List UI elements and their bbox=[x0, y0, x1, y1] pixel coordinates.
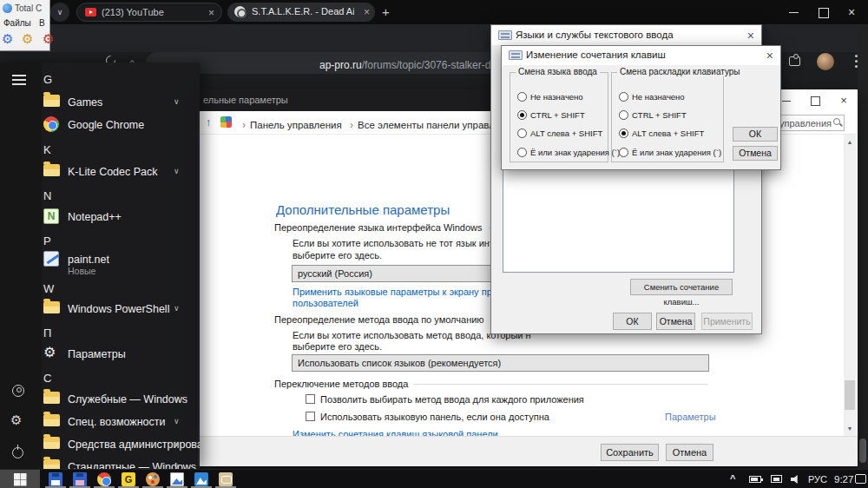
apply-welcome-screen-link-2[interactable]: пользователей bbox=[293, 298, 358, 308]
extensions-puzzle-icon[interactable] bbox=[789, 56, 800, 66]
start-item-sluzhebnye[interactable]: Служебные — Windows ∨ bbox=[43, 391, 191, 408]
battery-icon[interactable] bbox=[749, 476, 761, 483]
tc-gear-red-icon[interactable]: ⚙ bbox=[43, 32, 54, 46]
start-item-powershell[interactable]: Windows PowerShell ∨ bbox=[43, 300, 191, 318]
profile-avatar[interactable] bbox=[817, 53, 834, 70]
network-icon[interactable] bbox=[771, 475, 782, 483]
change-hotkeys-link[interactable]: Изменить сочетания клавиш языковой панел… bbox=[293, 429, 498, 436]
action-center-icon[interactable] bbox=[855, 474, 866, 484]
tray-overflow-chevron-icon[interactable]: ^ bbox=[730, 473, 735, 484]
dlg2-title: Изменение сочетания клавиш bbox=[526, 49, 666, 60]
tab-stalker[interactable]: S.T.A.L.K.E.R. - Dead Air "Книга × bbox=[227, 3, 375, 22]
start-item-sredstva-admin[interactable]: Средства администрировани... ∨ bbox=[43, 436, 191, 453]
cp-search-box[interactable]: управления bbox=[775, 115, 845, 131]
cp-close-button[interactable]: × bbox=[830, 89, 858, 111]
language-indicator[interactable]: РУС bbox=[808, 474, 827, 485]
tc-menu-v[interactable]: В bbox=[39, 18, 45, 28]
cp-maximize-button[interactable] bbox=[801, 89, 829, 111]
radio-selected-icon[interactable] bbox=[517, 110, 527, 120]
start-item-notepadpp[interactable]: N Notepad++ bbox=[43, 208, 191, 226]
taskbar-photos-icon[interactable] bbox=[194, 472, 208, 486]
taskbar-messaging-icon[interactable] bbox=[219, 472, 233, 486]
radio-selected-icon[interactable] bbox=[619, 129, 628, 138]
section-letter-k[interactable]: K bbox=[43, 143, 51, 156]
start-item-standartnye[interactable]: Стандартные — Windows ∨ bbox=[43, 458, 191, 469]
scroll-up-icon[interactable]: ▲ bbox=[844, 136, 856, 148]
tc-gear-orange-icon[interactable]: ⚙ bbox=[22, 32, 33, 46]
start-item-google-chrome[interactable]: Google Chrome bbox=[43, 116, 191, 134]
browser-scrollbar-thumb[interactable] bbox=[859, 439, 866, 463]
section-letter-g[interactable]: G bbox=[43, 73, 52, 86]
tab-search-chevron-icon[interactable]: ∨ bbox=[50, 3, 69, 22]
folder-icon bbox=[43, 437, 60, 449]
chevron-down-icon[interactable]: ∨ bbox=[174, 97, 180, 106]
tc-menu-files[interactable]: Файлы bbox=[3, 18, 31, 28]
taskbar-paintnet-icon[interactable] bbox=[146, 472, 160, 486]
dlg2-cancel-button[interactable]: Отмена bbox=[733, 146, 778, 161]
start-button[interactable] bbox=[0, 470, 40, 488]
chevron-down-icon[interactable]: ∨ bbox=[174, 167, 180, 175]
clock[interactable]: 9:27 bbox=[834, 474, 853, 485]
chevron-down-icon[interactable]: ∨ bbox=[174, 304, 180, 313]
section-letter-pe[interactable]: П bbox=[43, 326, 51, 340]
chevron-down-icon[interactable]: ∨ bbox=[174, 462, 180, 469]
settings-gear-icon[interactable]: ⚙ bbox=[10, 413, 22, 427]
change-key-sequence-button[interactable]: Сменить сочетание клавиш... bbox=[630, 279, 733, 295]
section-letter-w[interactable]: W bbox=[43, 282, 54, 295]
browser-close-button[interactable]: × bbox=[838, 0, 865, 24]
dlg2-close-icon[interactable]: × bbox=[766, 49, 773, 63]
language-bar-options-link[interactable]: Параметры bbox=[665, 412, 716, 422]
group-keyboard-layout: Смена раскладки клавиатуры Не назначено … bbox=[611, 72, 724, 162]
radio-icon[interactable] bbox=[619, 110, 628, 120]
browser-tab-strip: ∨ (213) YouTube × S.T.A.L.K.E.R. - Dead … bbox=[0, 0, 868, 24]
chevron-down-icon[interactable]: ∨ bbox=[174, 394, 180, 403]
radio-icon[interactable] bbox=[517, 129, 527, 138]
dlg1-close-icon[interactable]: × bbox=[747, 29, 754, 43]
scroll-down-icon[interactable]: ▼ bbox=[844, 423, 856, 435]
browser-scrollbar[interactable] bbox=[858, 24, 868, 469]
taskbar-g-app-icon[interactable]: G bbox=[122, 472, 135, 486]
radio-icon[interactable] bbox=[619, 92, 628, 102]
taskbar-image-viewer-icon[interactable] bbox=[170, 472, 184, 486]
dlg2-ok-button[interactable]: ОК bbox=[733, 127, 778, 142]
radio-icon[interactable] bbox=[517, 92, 527, 102]
section-letter-p[interactable]: P bbox=[43, 234, 51, 247]
section-letter-n[interactable]: N bbox=[43, 189, 51, 202]
start-item-klite[interactable]: K-Lite Codec Pack ∨ bbox=[43, 163, 191, 181]
radio-icon[interactable] bbox=[517, 148, 527, 157]
power-icon[interactable] bbox=[12, 447, 23, 458]
dlg1-cancel-button[interactable]: Отмена bbox=[656, 313, 695, 330]
checkbox-language-bar[interactable] bbox=[306, 412, 315, 421]
browser-maximize-button[interactable] bbox=[811, 0, 837, 24]
input-method-dropdown[interactable]: Использовать список языков (рекомендуетс… bbox=[292, 354, 709, 372]
section-letter-c[interactable]: C bbox=[43, 372, 51, 385]
start-item-parametry[interactable]: ⚙ Параметры bbox=[43, 346, 191, 363]
checkbox-per-app-input[interactable] bbox=[306, 394, 315, 404]
tab-youtube-close-icon[interactable]: × bbox=[208, 7, 214, 19]
chevron-down-icon[interactable]: ∨ bbox=[174, 439, 180, 448]
new-tab-button[interactable]: + bbox=[382, 4, 390, 19]
save-button[interactable]: Сохранить bbox=[601, 444, 659, 461]
chevron-down-icon[interactable]: ∨ bbox=[174, 417, 180, 425]
tab-stalker-close-icon[interactable]: × bbox=[364, 6, 370, 18]
radio-icon[interactable] bbox=[619, 148, 628, 157]
taskbar-total-commander-icon[interactable] bbox=[49, 472, 62, 486]
cp-scrollbar-thumb[interactable] bbox=[845, 380, 855, 410]
start-item-spec-vozmozhnosti[interactable]: Спец. возможности ∨ bbox=[43, 413, 191, 431]
up-arrow-icon[interactable]: ↑ bbox=[206, 115, 212, 129]
breadcrumb-control-panel[interactable]: Панель управления bbox=[250, 120, 342, 130]
start-menu-rail: ⚙ bbox=[0, 63, 42, 469]
dlg1-ok-button[interactable]: ОК bbox=[613, 313, 652, 330]
start-item-paintnet[interactable]: paint.net Новые bbox=[43, 251, 191, 279]
tc-gear-blue-icon[interactable]: ⚙ bbox=[2, 32, 13, 46]
tab-youtube[interactable]: (213) YouTube × bbox=[76, 3, 222, 22]
user-account-icon[interactable] bbox=[12, 385, 24, 397]
start-item-games[interactable]: Games ∨ bbox=[43, 94, 191, 111]
volume-icon[interactable] bbox=[791, 475, 800, 484]
taskbar-total-commander-2-icon[interactable] bbox=[73, 472, 87, 486]
hamburger-icon[interactable] bbox=[12, 75, 26, 76]
cancel-button[interactable]: Отмена bbox=[666, 444, 713, 461]
browser-minimize-button[interactable] bbox=[781, 0, 807, 24]
cp-scrollbar[interactable]: ▲ ▼ bbox=[844, 135, 856, 436]
taskbar-chrome-icon[interactable] bbox=[97, 472, 111, 486]
